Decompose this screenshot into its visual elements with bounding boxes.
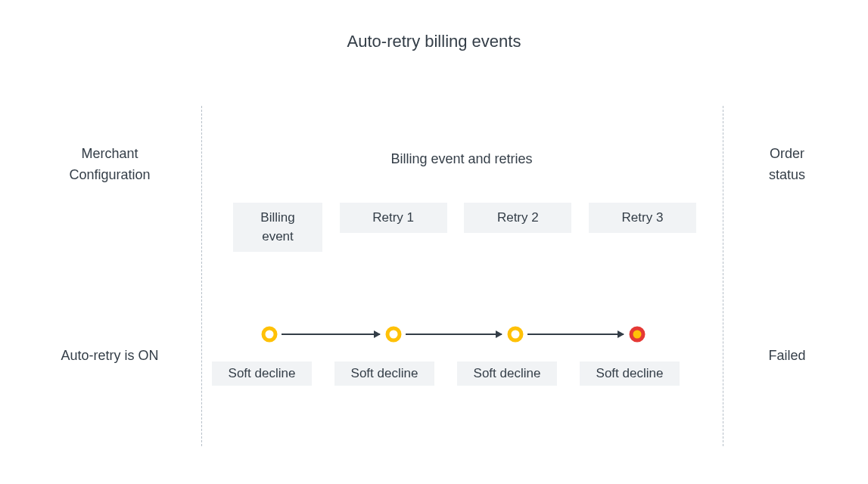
divider-right xyxy=(723,106,723,446)
svg-point-2 xyxy=(509,328,521,340)
retry-box-retry2: Retry 2 xyxy=(464,203,571,233)
column-header-order-status: Order status xyxy=(730,144,844,186)
order-status-line1: Order xyxy=(730,144,844,165)
svg-point-3 xyxy=(631,328,643,340)
diagram-title: Auto-retry billing events xyxy=(0,32,868,51)
node-billing-event xyxy=(260,325,278,343)
arrow-2 xyxy=(406,334,502,335)
node-retry1 xyxy=(384,325,403,343)
decline-3: Soft decline xyxy=(457,361,557,386)
merchant-config-line1: Merchant xyxy=(30,144,189,165)
merchant-config-line2: Configuration xyxy=(30,165,189,186)
retry-box-retry1: Retry 1 xyxy=(340,203,447,233)
decline-labels-row: Soft decline Soft decline Soft decline S… xyxy=(212,361,711,386)
retry-box-retry3: Retry 3 xyxy=(589,203,696,233)
flow-row xyxy=(233,325,696,346)
order-status-line2: status xyxy=(730,165,844,186)
decline-4: Soft decline xyxy=(580,361,680,386)
svg-point-0 xyxy=(263,328,275,340)
status-failed: Failed xyxy=(730,348,844,364)
arrow-1 xyxy=(282,334,380,335)
arrow-3 xyxy=(527,334,624,335)
retry-header-row: Billing event Retry 1 Retry 2 Retry 3 xyxy=(233,203,696,252)
column-header-merchant-config: Merchant Configuration xyxy=(30,144,189,186)
config-autoretry-on: Auto-retry is ON xyxy=(30,348,189,364)
column-header-billing-retries: Billing event and retries xyxy=(204,151,719,167)
retry-box-1-line2: event xyxy=(262,228,294,247)
retry-box-billing-event: Billing event xyxy=(233,203,322,252)
svg-point-1 xyxy=(387,328,400,340)
decline-1: Soft decline xyxy=(212,361,312,386)
divider-left xyxy=(201,106,202,446)
retry-box-1-line1: Billing xyxy=(260,209,294,228)
node-retry3-failed xyxy=(628,325,646,343)
node-retry2 xyxy=(506,325,524,343)
decline-2: Soft decline xyxy=(334,361,434,386)
